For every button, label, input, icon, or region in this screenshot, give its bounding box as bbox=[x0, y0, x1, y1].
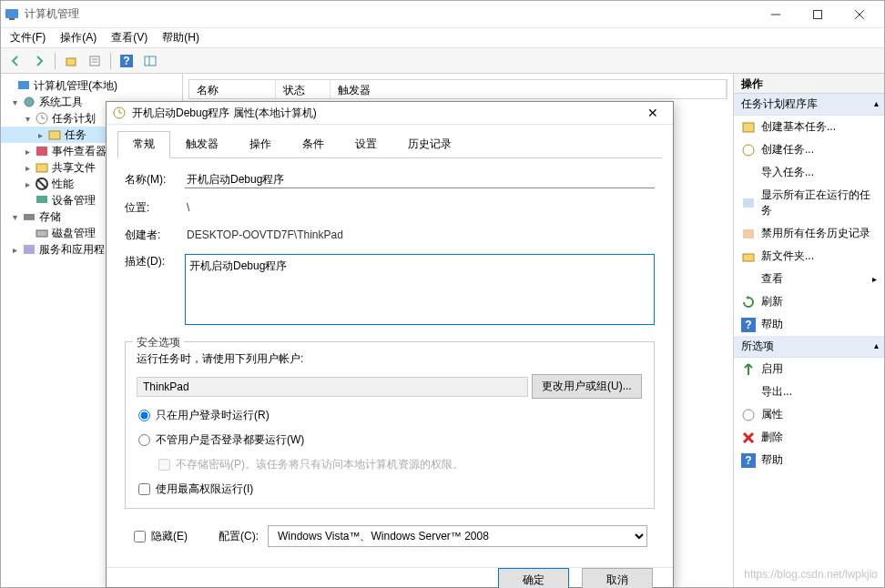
tree-label: 任务 bbox=[65, 127, 86, 143]
tree-root-label: 计算机管理(本地) bbox=[34, 78, 117, 94]
refresh-icon bbox=[741, 295, 756, 309]
actions-pane: 操作 任务计划程序库▴ 创建基本任务... 创建任务... 导入任务... 显示… bbox=[734, 74, 884, 587]
dialog-title: 开机启动Debug程序 属性(本地计算机) bbox=[132, 106, 638, 121]
svg-rect-28 bbox=[743, 123, 754, 132]
toolbar: ? bbox=[1, 48, 884, 74]
action-view[interactable]: 查看▸ bbox=[734, 268, 884, 290]
radio-run-logged-on[interactable]: 只在用户登录时运行(R) bbox=[137, 408, 643, 423]
config-select[interactable]: Windows Vista™、Windows Server™ 2008 bbox=[268, 525, 647, 547]
props-button[interactable] bbox=[84, 51, 106, 71]
tab-actions[interactable]: 操作 bbox=[234, 131, 287, 158]
svg-rect-20 bbox=[36, 147, 47, 156]
col-name[interactable]: 名称 bbox=[189, 80, 276, 98]
close-button[interactable] bbox=[839, 1, 880, 28]
nav-fwd-button[interactable] bbox=[28, 51, 50, 71]
no-store-pwd-label: 不存储密码(P)。该任务将只有访问本地计算机资源的权限。 bbox=[176, 457, 463, 472]
action-create-task[interactable]: 创建任务... bbox=[734, 138, 884, 161]
security-legend: 安全选项 bbox=[133, 335, 184, 350]
help-button[interactable]: ? bbox=[116, 51, 137, 71]
action-properties[interactable]: 属性 bbox=[734, 403, 884, 426]
svg-rect-7 bbox=[90, 56, 99, 66]
tree-label: 事件查看器 bbox=[52, 144, 107, 159]
label-name: 名称(M): bbox=[125, 172, 181, 188]
nav-back-button[interactable] bbox=[5, 51, 26, 71]
radio-any-label: 不管用户是否登录都要运行(W) bbox=[156, 432, 304, 448]
svg-rect-25 bbox=[24, 214, 35, 220]
maximize-button[interactable] bbox=[797, 1, 839, 28]
svg-point-15 bbox=[25, 97, 34, 106]
svg-rect-31 bbox=[743, 229, 754, 238]
action-export[interactable]: 导出... bbox=[734, 380, 884, 403]
dialog-icon bbox=[112, 106, 127, 120]
cancel-button[interactable]: 取消 bbox=[582, 568, 653, 588]
use-account-label: 运行任务时，请使用下列用户帐户: bbox=[137, 351, 643, 367]
action-enable[interactable]: 启用 bbox=[734, 358, 884, 380]
tree-label: 系统工具 bbox=[39, 95, 83, 110]
radio-logged-on-input[interactable] bbox=[138, 410, 150, 421]
svg-rect-6 bbox=[66, 58, 76, 66]
svg-rect-12 bbox=[145, 56, 156, 66]
check-hidden[interactable]: 隐藏(E) bbox=[132, 529, 188, 544]
menu-file[interactable]: 文件(F) bbox=[3, 28, 53, 47]
help-icon: ? bbox=[741, 318, 756, 332]
import-icon bbox=[741, 166, 756, 180]
tab-conditions[interactable]: 条件 bbox=[287, 131, 340, 158]
action-new-folder[interactable]: 新文件夹... bbox=[734, 245, 884, 268]
action-show-running[interactable]: 显示所有正在运行的任务 bbox=[734, 184, 884, 222]
task-properties-dialog: 开机启动Debug程序 属性(本地计算机) ✕ 常规 触发器 操作 条件 设置 … bbox=[106, 101, 674, 588]
radio-run-any[interactable]: 不管用户是否登录都要运行(W) bbox=[137, 432, 643, 448]
tab-settings[interactable]: 设置 bbox=[340, 131, 392, 158]
tree-label: 存储 bbox=[39, 209, 61, 225]
highest-priv-checkbox[interactable] bbox=[138, 483, 150, 495]
check-highest-priv[interactable]: 使用最高权限运行(I) bbox=[137, 482, 643, 497]
menu-view[interactable]: 查看(V) bbox=[104, 28, 155, 47]
bottom-row: 隐藏(E) 配置(C): Windows Vista™、Windows Serv… bbox=[125, 520, 655, 551]
actions-section-selected[interactable]: 所选项▴ bbox=[734, 336, 884, 358]
svg-rect-0 bbox=[5, 9, 18, 18]
tree-label: 共享文件 bbox=[52, 160, 96, 176]
action-help-2[interactable]: ?帮助 bbox=[734, 449, 884, 471]
minimize-button[interactable] bbox=[755, 1, 797, 28]
dialog-close-button[interactable]: ✕ bbox=[638, 102, 667, 124]
tree-root[interactable]: 计算机管理(本地) bbox=[1, 77, 182, 94]
svg-text:?: ? bbox=[745, 454, 751, 467]
action-refresh[interactable]: 刷新 bbox=[734, 290, 884, 313]
tab-general[interactable]: 常规 bbox=[117, 131, 170, 158]
radio-any-input[interactable] bbox=[138, 434, 150, 446]
description-input[interactable]: 开机启动Debug程序 bbox=[185, 254, 655, 325]
tab-triggers[interactable]: 触发器 bbox=[170, 131, 234, 158]
menu-action[interactable]: 操作(A) bbox=[53, 28, 104, 47]
svg-rect-24 bbox=[36, 196, 47, 203]
action-create-basic-task[interactable]: 创建基本任务... bbox=[734, 116, 884, 138]
change-user-button[interactable]: 更改用户或组(U)... bbox=[532, 374, 642, 399]
menubar: 文件(F) 操作(A) 查看(V) 帮助(H) bbox=[1, 28, 884, 48]
label-creator: 创建者: bbox=[125, 228, 181, 243]
action-delete[interactable]: 删除 bbox=[734, 426, 884, 449]
svg-rect-30 bbox=[743, 198, 754, 208]
panel-button[interactable] bbox=[139, 51, 161, 71]
label-location: 位置: bbox=[125, 200, 181, 216]
window-buttons bbox=[755, 1, 880, 28]
action-help[interactable]: ?帮助 bbox=[734, 313, 884, 336]
svg-rect-19 bbox=[49, 131, 60, 139]
tree-label: 性能 bbox=[52, 177, 74, 192]
svg-point-29 bbox=[743, 145, 754, 156]
task-icon bbox=[741, 120, 756, 135]
actions-section-tasklib[interactable]: 任务计划程序库▴ bbox=[734, 94, 884, 116]
menu-help[interactable]: 帮助(H) bbox=[155, 28, 207, 47]
action-import-task[interactable]: 导入任务... bbox=[734, 161, 884, 184]
hidden-checkbox[interactable] bbox=[134, 531, 146, 542]
col-trigger[interactable]: 触发器 bbox=[331, 80, 727, 98]
radio-logged-on-label: 只在用户登录时运行(R) bbox=[156, 408, 270, 423]
ok-button[interactable]: 确定 bbox=[498, 568, 569, 588]
up-button[interactable] bbox=[60, 51, 82, 71]
svg-text:?: ? bbox=[745, 319, 751, 331]
action-disable-history[interactable]: 禁用所有任务历史记录 bbox=[734, 222, 884, 245]
name-input[interactable] bbox=[185, 171, 655, 188]
svg-rect-3 bbox=[814, 10, 822, 18]
svg-rect-32 bbox=[743, 254, 754, 261]
tab-history[interactable]: 历史记录 bbox=[392, 131, 467, 158]
creator-value: DESKTOP-OOVTD7F\ThinkPad bbox=[185, 227, 655, 243]
col-status[interactable]: 状态 bbox=[276, 80, 331, 98]
toolbar-sep bbox=[55, 53, 56, 69]
